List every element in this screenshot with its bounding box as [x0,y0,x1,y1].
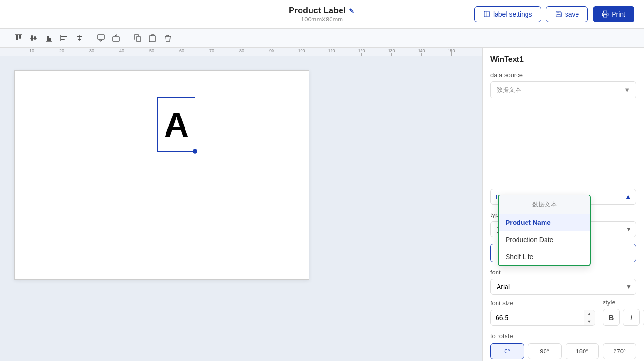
rotate-270-button[interactable]: 270° [603,343,636,359]
toolbar-divider-mid [90,33,90,43]
svg-rect-12 [61,36,67,37]
svg-rect-0 [484,11,489,17]
header-buttons: label settings save Print [426,6,634,22]
canvas-area: 102030405060708090100110120130140150 A [0,48,482,361]
title-text: Product Label [289,6,346,16]
print-button[interactable]: Print [593,6,634,22]
dropdown-item-product-name[interactable]: Product Name [499,214,590,231]
right-panel: WinText1 data source 数据文本 ▼ 数据文本 Product… [482,48,644,361]
dropdown-header: 数据文本 [499,195,590,214]
move-up-icon [112,34,120,42]
header: Product Label ✎ 100mmX80mm label setting… [0,0,644,29]
font-size-arrows: ▲ ▼ [584,310,595,325]
svg-rect-9 [47,36,49,41]
svg-rect-18 [98,35,104,39]
font-size-down-arrow[interactable]: ▼ [584,318,595,325]
align-hcenter-icon [75,34,84,42]
font-select[interactable]: Arial [490,279,636,295]
resize-handle[interactable] [193,149,197,154]
svg-rect-3 [16,35,18,40]
align-vcenter-button[interactable] [27,31,40,45]
dropdown-menu: 数据文本 Product Name Production Date Shelf … [498,195,591,266]
rotate-180-button[interactable]: 180° [566,343,599,359]
svg-rect-20 [136,37,141,41]
save-button[interactable]: save [546,6,588,22]
data-source-arrow: ▼ [624,87,630,94]
data-source-label: data source [490,71,636,78]
print-icon [602,10,609,18]
align-bottom-button[interactable] [42,31,56,45]
font-label: font [490,269,636,276]
label-canvas[interactable]: A [14,70,309,280]
ruler: 102030405060708090100110120130140150 [0,48,482,56]
paste-icon [148,34,157,42]
save-label: save [565,10,579,18]
label-settings-label: label settings [493,10,532,18]
dropdown-item-label-1: Production Date [506,236,553,244]
font-select-wrapper: Arial ▼ [490,279,636,295]
edit-icon[interactable]: ✎ [349,7,355,14]
align-top-button[interactable] [12,31,25,45]
move-up-button[interactable] [109,31,123,45]
svg-rect-21 [149,36,155,42]
font-size-block: font size ▲ ▼ [490,300,595,326]
label-settings-button[interactable]: label settings [474,6,541,22]
size-style-row: font size ▲ ▼ style B I U [490,299,636,326]
font-size-input[interactable] [491,310,584,325]
bold-button[interactable]: B [603,309,620,326]
font-size-up-arrow[interactable]: ▲ [584,310,595,318]
align-hleft-icon [60,34,68,42]
rotate-label: to rotate [490,332,636,340]
font-size-input-wrapper: ▲ ▼ [490,310,595,326]
label-element-text: A [158,98,195,151]
rotate-90-button[interactable]: 90° [528,343,562,359]
panel-title: WinText1 [490,55,636,64]
dropdown-item-label-2: Shelf Life [506,253,533,261]
svg-rect-4 [19,35,21,39]
align-bottom-icon [45,34,53,42]
data-source-select[interactable]: 数据文本 ▼ [490,81,636,98]
rotate-row: 0° 90° 180° 270° [490,343,636,359]
print-label: Print [612,10,625,18]
dropdown-item-production-date[interactable]: Production Date [499,231,590,248]
svg-rect-13 [61,39,65,40]
align-hcenter-button[interactable] [73,31,86,45]
svg-rect-2 [604,15,607,17]
align-vcenter-icon [29,34,38,42]
data-source-value: 数据文本 [497,86,521,94]
product-name-arrow: ▲ [625,193,631,200]
toolbar [0,29,644,48]
dropdown-item-label-0: Product Name [506,219,551,226]
svg-rect-10 [49,38,51,41]
delete-button[interactable] [161,31,175,45]
save-icon [555,10,562,18]
italic-button[interactable]: I [623,309,640,326]
toolbar-divider-left [8,33,8,43]
header-title-block: Product Label ✎ 100mmX80mm [218,6,426,23]
style-buttons: B I U [603,309,644,326]
rotate-0-button[interactable]: 0° [490,343,524,359]
label-settings-icon [483,10,490,18]
font-size-label: font size [490,300,595,307]
move-down-icon [97,34,105,42]
move-down-button[interactable] [94,31,107,45]
svg-rect-19 [113,37,119,41]
copy-button[interactable] [131,31,144,45]
copy-icon [133,34,142,42]
align-top-icon [14,34,23,42]
paste-button[interactable] [146,31,159,45]
header-title: Product Label ✎ [289,6,355,16]
italic-label: I [630,313,632,322]
label-element[interactable]: A [157,97,195,152]
bold-label: B [609,313,614,322]
font-style-block: style B I U [603,299,644,326]
canvas-content[interactable]: A [0,56,482,361]
align-hleft-button[interactable] [58,31,71,45]
style-label: style [603,299,644,306]
toolbar-divider-right [127,33,127,43]
main-layout: 102030405060708090100110120130140150 A W… [0,48,644,361]
dropdown-item-shelf-life[interactable]: Shelf Life [499,248,590,265]
header-subtitle: 100mmX80mm [301,16,343,23]
delete-icon [164,34,172,42]
